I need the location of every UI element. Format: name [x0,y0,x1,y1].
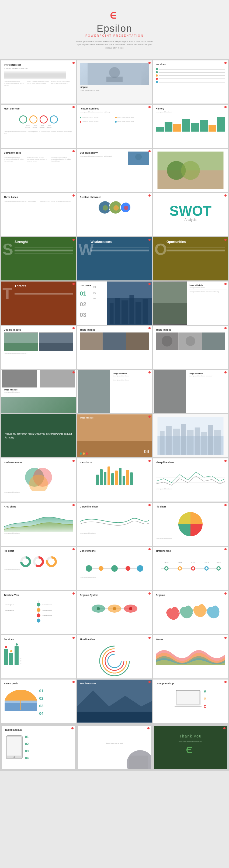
red-dot [149,327,151,329]
three-bases-grid: Lorem ipsum dolor sit amet consectetur a… [4,200,73,203]
service-row-5 [156,81,225,83]
bar-8 [217,117,225,132]
svc-bar-3 [14,646,19,665]
service-dot-5 [156,81,158,83]
svg-rect-118 [77,712,152,723]
svc-col-1 [4,646,8,665]
slide-more-than-see: More than you see [77,680,152,723]
bar-chart [80,466,149,485]
service-dot-1 [156,68,158,70]
team-label-1: TeamMember [25,125,30,128]
svc-col-3 [14,643,19,665]
service-bar-1 [159,69,225,69]
slide-image-info-4: Image with info Lorem ipsum dolor sit am… [153,370,228,413]
info4-photo [153,370,187,413]
svg-rect-22 [135,302,141,324]
service-bar-3 [159,75,225,76]
red-dot [224,327,227,329]
svg-point-93 [37,619,40,623]
bar-title: Bar charts [80,461,149,464]
line [14,249,73,249]
thanks-content: THANKS Lorem ipsum dolor sit amet [81,728,148,750]
bar-6 [200,120,208,132]
reach-image [4,687,38,717]
weaknesses-title: Weaknessses [91,240,112,244]
slide-threats: T Threats [1,281,76,324]
slide-strenght: S Strenght [1,237,76,280]
svg-rect-126 [129,755,148,769]
gallery-num-2: 02 [80,299,91,310]
svg-rect-121 [174,706,201,707]
bar-2 [100,469,103,485]
services-bars: 01 02 03 [4,643,73,665]
circle-1 [19,116,27,124]
red-dot [149,150,151,152]
red-dot [149,283,151,285]
weaknesses-lines [91,247,149,253]
history-title: History [156,107,225,110]
team-label-3: TeamMember [40,125,44,128]
red-dot [149,460,151,462]
triple-img-2a [156,333,178,350]
red-dot [72,62,75,64]
bone-title: Bone timeline [80,550,149,552]
slide-thank-you: Thank you Lorem ipsum dolor sit amet con… [154,726,227,769]
bm-body: Lorem ipsum dolor sit amet [4,491,73,493]
base-col-2: Lorem ipsum dolor sit amet consectetur a… [39,200,73,203]
info-content-1: Image with info Lorem ipsum dolor sit am… [189,284,227,293]
gallery-right: 04 05 06 [93,284,96,302]
circle-2 [29,116,37,124]
svg-rect-20 [122,300,128,324]
svc-bar-1 [4,649,8,665]
red-dot [223,727,226,730]
info-line-1 [189,289,227,290]
thanks-body: Lorem ipsum dolor sit amet [84,742,145,744]
svc-label-2: 02 [20,659,22,662]
svg-text:Lorem ipsum: Lorem ipsum [42,615,52,616]
triple-img-2b [179,333,202,350]
service-bar-2 [159,72,225,73]
info2-title: Image with info [4,389,73,391]
feature-grid: Lorem ipsum dolor sit amet Lorem ipsum d… [80,115,149,123]
tablet-svg [5,735,24,759]
bar-9 [126,470,129,485]
pie1-title: Pie chart [156,505,225,508]
red-dot [224,504,227,506]
reach-image-svg [4,687,38,711]
slide-bone-timeline: Bone timeline Lorem ipsum dolor sit amet [77,547,152,590]
thank-you-icon [185,745,196,756]
svg-point-68 [86,565,92,572]
swot-t-letter: T [2,284,12,303]
sharp-body: Lorem ipsum dolor sit amet [156,488,225,490]
slide-opportunities: O Oportunities [153,237,228,280]
title-description: Lorem ipsum dolor sit amet, consectetur … [74,40,155,50]
quote-text: "Ideas will convert in reality when you … [5,432,72,440]
intro-lines [4,71,73,79]
city-silhouette [156,417,225,455]
area-chart-container [4,511,73,532]
svg-rect-27 [4,343,38,351]
more-see-bg [77,680,152,723]
reach-num-4: 04 [39,710,73,717]
slide-triple-images-2: Triple images [153,326,228,369]
strenght-lines [14,247,73,254]
col3: veniam quis nostrud exercitation ullamco… [51,81,73,86]
curve-chart-container [80,511,149,532]
abc-c: C [204,703,206,710]
timeline-two-container: Lorem ipsum Lorem ipsum Lorem ipsum Lore… [4,599,73,624]
waves-title: Waves [156,638,225,641]
gallery-nums-right: 04 05 06 [93,284,96,302]
line [14,293,73,293]
reach-num-2: 02 [39,694,73,702]
bar-6 [115,470,118,485]
donut-3 [46,556,57,567]
info4-body: Lorem ipsum dolor sit amet consectetur [189,375,227,377]
double-images-container [4,333,73,351]
pie-svg-1 [177,511,204,538]
svg-rect-25 [153,303,187,324]
svc-labels: 01 02 03 [20,657,22,665]
svc-label-1: 01 [20,657,22,659]
services-list [156,68,225,83]
double-title: Double images [4,329,73,331]
creative-circles [80,200,149,214]
